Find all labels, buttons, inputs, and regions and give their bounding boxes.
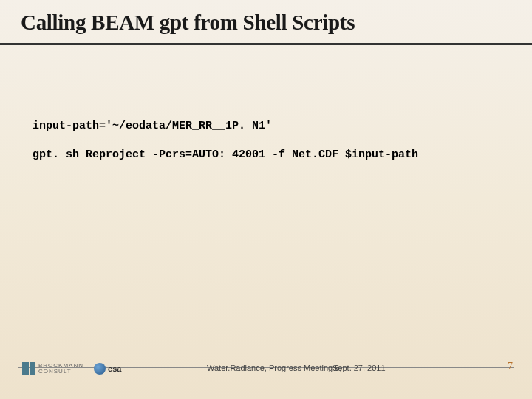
code-line-2: gpt. sh Reproject -Pcrs=AUTO: 42001 -f N… [33, 147, 418, 163]
logo-group: BROCKMANN CONSULT esa [22, 362, 121, 375]
esa-text: esa [108, 364, 121, 373]
brockmann-text-bottom: CONSULT [38, 369, 83, 375]
page-number: 7 [508, 361, 513, 372]
brockmann-text: BROCKMANN CONSULT [38, 363, 83, 375]
slide: Calling BEAM gpt from Shell Scripts inpu… [0, 0, 532, 399]
brockmann-logo: BROCKMANN CONSULT [22, 362, 83, 375]
code-block: input-path='~/eodata/MER_RR__1P. N1' gpt… [33, 118, 418, 176]
title-underline [0, 43, 532, 45]
footer-meeting-text: Water.Radiance, Progress Meeting 6, [207, 364, 341, 372]
esa-logo: esa [94, 363, 121, 375]
esa-globe-icon [94, 363, 106, 375]
slide-title: Calling BEAM gpt from Shell Scripts [21, 10, 355, 35]
code-line-1: input-path='~/eodata/MER_RR__1P. N1' [33, 118, 418, 134]
footer: BROCKMANN CONSULT esa Water.Radiance, Pr… [0, 356, 532, 386]
brockmann-icon [22, 362, 35, 375]
footer-date-text: Sept. 27, 2011 [332, 364, 386, 372]
